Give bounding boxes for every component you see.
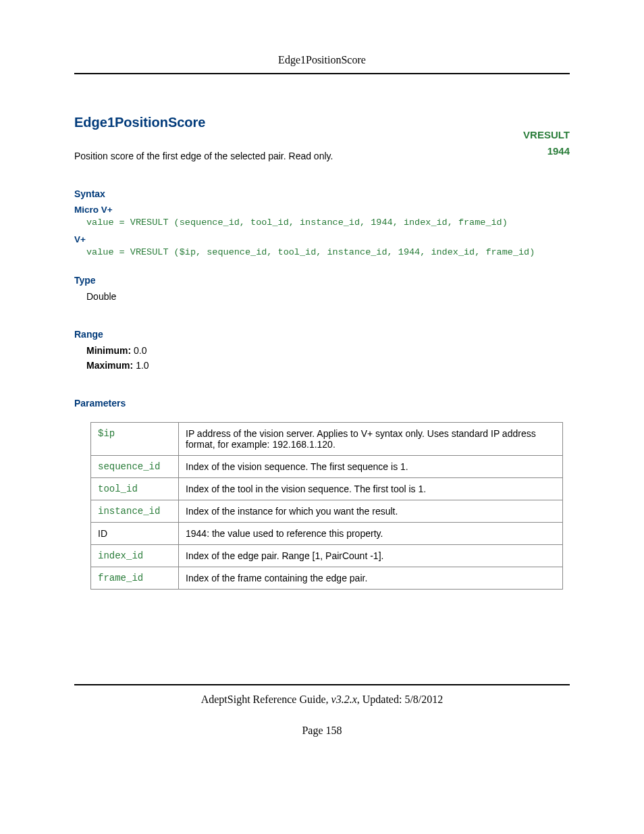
param-desc-cell: Index of the instance for which you want… (179, 500, 563, 523)
table-row: index_idIndex of the edge pair. Range [1… (91, 545, 563, 567)
param-name-cell: frame_id (91, 567, 179, 590)
table-row: instance_idIndex of the instance for whi… (91, 500, 563, 523)
footer-updated: , Updated: 5/8/2012 (357, 694, 444, 705)
param-name-cell: sequence_id (91, 456, 179, 478)
vplus-code: value = VRESULT ($ip, sequence_id, tool_… (74, 247, 570, 257)
type-value: Double (74, 291, 570, 302)
description-text: Position score of the first edge of the … (74, 151, 570, 161)
badge-id: 1944 (523, 143, 570, 159)
footer-version: , v3.2.x (326, 694, 357, 705)
param-desc-cell: Index of the vision sequence. The first … (179, 456, 563, 478)
micro-vplus-code: value = VRESULT (sequence_id, tool_id, i… (74, 217, 570, 228)
param-name-cell: ID (91, 523, 179, 545)
document-footer: AdeptSight Reference Guide, v3.2.x, Upda… (74, 684, 570, 706)
range-minimum-row: Minimum: 0.0 (74, 345, 570, 356)
micro-vplus-label: Micro V+ (74, 205, 570, 215)
param-desc-cell: Index of the edge pair. Range [1, PairCo… (179, 545, 563, 567)
page-number: Page 158 (74, 725, 570, 737)
page-title: Edge1PositionScore (74, 115, 570, 130)
badge-type: VRESULT (523, 127, 570, 143)
param-desc-cell: 1944: the value used to reference this p… (179, 523, 563, 545)
table-row: tool_idIndex of the tool in the vision s… (91, 478, 563, 500)
param-name-cell: index_id (91, 545, 179, 567)
param-name-cell: instance_id (91, 500, 179, 523)
range-maximum-row: Maximum: 1.0 (74, 360, 570, 371)
parameters-table: $ipIP address of the vision server. Appl… (90, 422, 563, 590)
param-desc-cell: Index of the frame containing the edge p… (179, 567, 563, 590)
document-header: Edge1PositionScore (74, 54, 570, 74)
param-name-cell: $ip (91, 423, 179, 456)
range-min-value: 0.0 (134, 345, 146, 356)
range-max-label: Maximum: (86, 360, 133, 371)
range-max-value: 1.0 (136, 360, 149, 371)
footer-guide: AdeptSight Reference Guide (201, 694, 326, 705)
result-badge: VRESULT 1944 (523, 127, 570, 159)
param-desc-cell: Index of the tool in the vision sequence… (179, 478, 563, 500)
table-row: frame_idIndex of the frame containing th… (91, 567, 563, 590)
table-row: $ipIP address of the vision server. Appl… (91, 423, 563, 456)
table-row: ID1944: the value used to reference this… (91, 523, 563, 545)
type-heading: Type (74, 275, 570, 286)
range-min-label: Minimum: (86, 345, 131, 356)
vplus-label: V+ (74, 234, 570, 244)
param-desc-cell: IP address of the vision server. Applies… (179, 423, 563, 456)
table-row: sequence_idIndex of the vision sequence.… (91, 456, 563, 478)
parameters-heading: Parameters (74, 398, 570, 409)
syntax-heading: Syntax (74, 188, 570, 199)
param-name-cell: tool_id (91, 478, 179, 500)
range-heading: Range (74, 329, 570, 340)
